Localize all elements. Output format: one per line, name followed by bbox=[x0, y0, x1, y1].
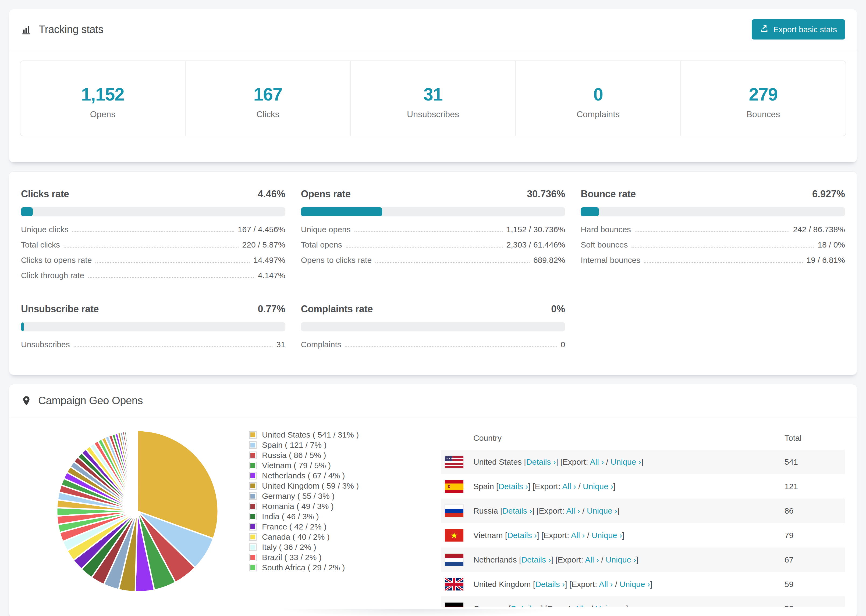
country-name: Vietnam bbox=[473, 531, 503, 540]
details-link[interactable]: Details › bbox=[526, 457, 556, 466]
geo-table-rows: United States [Details ›] [Export: All ›… bbox=[441, 449, 845, 607]
stat-label: Unsubscribes bbox=[351, 109, 515, 119]
export-all-link[interactable]: All › bbox=[590, 457, 604, 466]
table-row-ru: Russia [Details ›] [Export: All › / Uniq… bbox=[441, 498, 845, 523]
rate-row-value: 31 bbox=[276, 340, 285, 349]
legend-swatch bbox=[249, 451, 257, 459]
stats-row: 1,152Opens167Clicks31Unsubscribes0Compla… bbox=[20, 60, 846, 136]
legend-swatch bbox=[249, 513, 257, 520]
country-cell: Netherlands [Details ›] [Export: All › /… bbox=[473, 555, 638, 564]
legend-swatch bbox=[249, 492, 257, 500]
progress-fill bbox=[581, 207, 599, 216]
bracket: [ bbox=[545, 604, 547, 607]
export-label: Export: bbox=[539, 506, 564, 515]
legend-item: Italy ( 36 / 2% ) bbox=[249, 542, 414, 552]
country-cell: United Kingdom [Details ›] [Export: All … bbox=[473, 580, 652, 589]
details-link[interactable]: Details › bbox=[498, 482, 528, 491]
export-all-link[interactable]: All › bbox=[575, 604, 589, 607]
total-cell: 59 bbox=[784, 580, 845, 589]
export-icon bbox=[760, 24, 769, 35]
export-unique-link[interactable]: Unique › bbox=[595, 604, 626, 607]
bracket: ] bbox=[528, 482, 530, 491]
details-link[interactable]: Details › bbox=[507, 531, 537, 540]
rate-title: Bounce rate bbox=[581, 189, 636, 200]
rate-row: Unsubscribes31 bbox=[21, 340, 285, 355]
legend-label: Romania ( 49 / 3% ) bbox=[262, 502, 334, 511]
legend-label: Vietnam ( 79 / 5% ) bbox=[262, 461, 331, 470]
export-all-link[interactable]: All › bbox=[599, 580, 613, 589]
export-unique-link[interactable]: Unique › bbox=[611, 457, 641, 466]
rate-headline-value: 0% bbox=[551, 303, 565, 315]
details-link[interactable]: Details › bbox=[521, 555, 551, 564]
geo-body: United States ( 541 / 31% )Spain ( 121 /… bbox=[9, 417, 857, 607]
stat-cell-opens: 1,152Opens bbox=[20, 61, 186, 136]
bracket: ] bbox=[613, 482, 615, 491]
rate-row: Total clicks220 / 5.87% bbox=[21, 240, 285, 256]
legend-label: Germany ( 55 / 3% ) bbox=[262, 492, 335, 501]
country-cell: Russia [Details ›] [Export: All › / Uniq… bbox=[473, 506, 620, 515]
progress-bar bbox=[21, 207, 285, 216]
rate-headline-value: 4.46% bbox=[258, 189, 285, 200]
export-label: Export: bbox=[563, 457, 588, 466]
total-cell: 121 bbox=[784, 482, 845, 491]
rate-section-clicks-rate: Clicks rate4.46%Unique clicks167 / 4.456… bbox=[21, 189, 285, 286]
legend-label: India ( 46 / 3% ) bbox=[262, 512, 319, 521]
bracket: ] bbox=[540, 604, 543, 607]
bracket: [ bbox=[542, 531, 543, 540]
bracket: ] bbox=[565, 580, 567, 589]
export-all-link[interactable]: All › bbox=[566, 506, 580, 515]
slash: / bbox=[580, 506, 587, 515]
slash: / bbox=[613, 580, 620, 589]
progress-bar bbox=[581, 207, 845, 216]
rate-headline-value: 30.736% bbox=[527, 189, 565, 200]
rate-row-label: Complaints bbox=[301, 340, 341, 349]
bracket: ] bbox=[537, 531, 539, 540]
export-basic-stats-button[interactable]: Export basic stats bbox=[752, 19, 845, 39]
rate-row: Clicks to opens rate14.497% bbox=[21, 256, 285, 271]
rates-grid: Clicks rate4.46%Unique clicks167 / 4.456… bbox=[9, 172, 857, 375]
details-link[interactable]: Details › bbox=[535, 580, 565, 589]
export-unique-link[interactable]: Unique › bbox=[620, 580, 650, 589]
slash: / bbox=[599, 555, 606, 564]
rate-row: Hard bounces242 / 86.738% bbox=[581, 225, 845, 240]
export-unique-link[interactable]: Unique › bbox=[583, 482, 613, 491]
legend-swatch bbox=[249, 441, 257, 449]
dotted-leader bbox=[96, 262, 250, 263]
export-unique-link[interactable]: Unique › bbox=[606, 555, 636, 564]
bracket: ] bbox=[636, 555, 638, 564]
stat-value: 279 bbox=[681, 84, 846, 105]
rate-row: Click through rate4.147% bbox=[21, 271, 285, 286]
export-all-link[interactable]: All › bbox=[571, 531, 585, 540]
flag-icon-us bbox=[445, 456, 463, 468]
dotted-leader bbox=[631, 247, 814, 248]
dotted-leader bbox=[635, 231, 789, 232]
legend-swatch bbox=[249, 482, 257, 490]
stat-label: Bounces bbox=[681, 109, 846, 119]
rate-row-label: Soft bounces bbox=[581, 240, 628, 250]
geo-table-header: Country Total bbox=[441, 426, 845, 449]
details-link[interactable]: Details › bbox=[502, 506, 532, 515]
rate-row-label: Unique clicks bbox=[21, 225, 69, 234]
rate-title: Unsubscribe rate bbox=[21, 303, 99, 315]
geo-opens-header: Campaign Geo Opens bbox=[9, 384, 857, 417]
map-pin-icon bbox=[21, 395, 32, 406]
bracket: ] bbox=[617, 506, 619, 515]
rate-row: Unique clicks167 / 4.456% bbox=[21, 225, 285, 240]
legend-swatch bbox=[249, 554, 257, 561]
export-all-link[interactable]: All › bbox=[562, 482, 576, 491]
rate-row-value: 19 / 6.81% bbox=[806, 256, 845, 265]
export-unique-link[interactable]: Unique › bbox=[587, 506, 617, 515]
flag-icon-gb bbox=[445, 578, 463, 591]
export-unique-link[interactable]: Unique › bbox=[592, 531, 622, 540]
export-all-link[interactable]: All › bbox=[585, 555, 599, 564]
rate-title: Complaints rate bbox=[301, 303, 373, 315]
rate-title: Opens rate bbox=[301, 189, 351, 200]
rate-section-bounce-rate: Bounce rate6.927%Hard bounces242 / 86.73… bbox=[581, 189, 845, 286]
bracket: ] bbox=[622, 531, 624, 540]
export-label: Export: bbox=[535, 482, 560, 491]
details-link[interactable]: Details › bbox=[511, 604, 540, 607]
geo-pie-chart[interactable] bbox=[53, 426, 222, 596]
bracket: ] bbox=[626, 604, 628, 607]
bracket: [ bbox=[505, 531, 507, 540]
slash: / bbox=[604, 457, 611, 466]
